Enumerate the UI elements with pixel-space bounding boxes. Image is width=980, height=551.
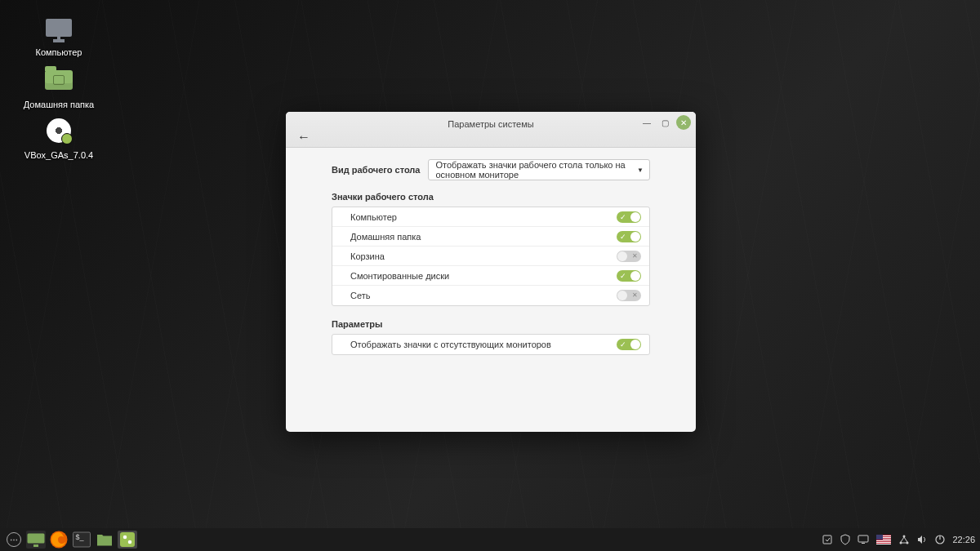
settings-window: Параметры системы ← — ▢ ✕ Вид рабочего с… bbox=[286, 112, 696, 432]
row-label: Смонтированные диски bbox=[350, 271, 449, 281]
row-computer: Компьютер bbox=[332, 207, 649, 227]
start-menu-button[interactable]: ⋯ bbox=[5, 531, 23, 549]
tray-display-icon[interactable] bbox=[858, 534, 869, 545]
settings-icon bbox=[118, 530, 137, 549]
back-button[interactable]: ← bbox=[294, 130, 314, 144]
tray-shield-icon[interactable] bbox=[840, 534, 851, 545]
desktop-icon-vbox[interactable]: VBox_GAs_7.0.4 bbox=[20, 114, 98, 160]
svg-rect-10 bbox=[862, 543, 865, 544]
tray-clock[interactable]: 22:26 bbox=[952, 535, 975, 544]
close-button[interactable]: ✕ bbox=[676, 115, 691, 130]
row-mounted: Смонтированные диски bbox=[332, 266, 649, 286]
desktop-view-label: Вид рабочего стола bbox=[332, 165, 420, 175]
row-label: Сеть bbox=[350, 291, 370, 300]
arrow-left-icon: ← bbox=[294, 130, 314, 144]
row-trash: Корзина bbox=[332, 247, 649, 266]
combo-value: Отображать значки рабочего стола только … bbox=[435, 160, 631, 180]
svg-rect-1 bbox=[33, 544, 38, 547]
mint-logo-icon: ⋯ bbox=[7, 532, 21, 547]
tray-volume-icon[interactable] bbox=[916, 534, 928, 545]
desktop-view-combo[interactable]: Отображать значки рабочего стола только … bbox=[428, 159, 650, 180]
toggle-computer[interactable] bbox=[617, 211, 641, 223]
maximize-button[interactable]: ▢ bbox=[658, 116, 671, 129]
row-label: Домашняя папка bbox=[350, 232, 421, 242]
svg-rect-8 bbox=[823, 535, 831, 544]
tray-updates-icon[interactable] bbox=[822, 534, 833, 545]
toggle-home[interactable] bbox=[617, 231, 641, 242]
terminal-icon: $_ bbox=[72, 530, 91, 549]
desktop-icon-label: VBox_GAs_7.0.4 bbox=[20, 150, 98, 160]
monitor-icon bbox=[42, 11, 75, 44]
row-home: Домашняя папка bbox=[332, 227, 649, 247]
toggle-trash[interactable] bbox=[617, 251, 641, 262]
tray-power-icon[interactable] bbox=[934, 534, 946, 545]
desktop-icon-home[interactable]: Домашняя папка bbox=[20, 64, 98, 109]
tray-keyboard-layout[interactable] bbox=[875, 534, 892, 545]
row-label: Корзина bbox=[350, 251, 385, 261]
system-tray: 22:26 bbox=[822, 534, 975, 545]
svg-rect-5 bbox=[120, 532, 135, 547]
row-network: Сеть bbox=[332, 286, 649, 305]
window-title: Параметры системы bbox=[286, 119, 696, 129]
window-content: Вид рабочего стола Отображать значки раб… bbox=[286, 148, 696, 432]
svg-rect-9 bbox=[858, 535, 868, 542]
taskbar-app-terminal[interactable]: $_ bbox=[72, 531, 91, 549]
firefox-icon bbox=[49, 530, 69, 549]
files-icon bbox=[95, 530, 114, 549]
row-label: Компьютер bbox=[350, 212, 397, 222]
panel-parameters: Отображать значки с отсутствующих монито… bbox=[332, 334, 650, 355]
minimize-button[interactable]: — bbox=[640, 116, 653, 129]
svg-point-6 bbox=[123, 535, 127, 540]
taskbar-app-firefox[interactable] bbox=[49, 531, 69, 549]
section-desktop-icons: Значки рабочего стола bbox=[332, 192, 650, 202]
folder-icon bbox=[42, 64, 75, 96]
taskbar: ⋯ $_ 22:26 bbox=[0, 528, 980, 551]
desktop-icon-label: Домашняя папка bbox=[20, 100, 98, 109]
titlebar[interactable]: Параметры системы ← — ▢ ✕ bbox=[286, 112, 696, 148]
svg-text:$_: $_ bbox=[76, 533, 85, 541]
toggle-network[interactable] bbox=[617, 290, 641, 301]
toggle-mounted[interactable] bbox=[617, 270, 641, 282]
taskbar-app-desktop[interactable] bbox=[26, 531, 46, 549]
taskbar-app-files[interactable] bbox=[95, 531, 114, 549]
tray-network-icon[interactable] bbox=[898, 534, 910, 545]
taskbar-app-settings[interactable] bbox=[118, 531, 137, 549]
section-parameters: Параметры bbox=[332, 319, 650, 329]
desktop-icon bbox=[26, 530, 46, 549]
desktop-icon-label: Компьютер bbox=[20, 47, 98, 57]
row-missing-monitors: Отображать значки с отсутствующих монито… bbox=[332, 335, 649, 354]
desktop-icon-computer[interactable]: Компьютер bbox=[20, 11, 98, 57]
toggle-missing-monitors[interactable] bbox=[617, 339, 641, 350]
row-label: Отображать значки с отсутствующих монито… bbox=[350, 340, 551, 349]
us-flag-icon bbox=[876, 535, 891, 544]
svg-rect-0 bbox=[28, 534, 45, 544]
cd-icon bbox=[42, 114, 75, 147]
svg-point-7 bbox=[128, 540, 132, 544]
panel-desktop-icons: Компьютер Домашняя папка Корзина Смонтир… bbox=[332, 207, 650, 306]
desktop-view-row: Вид рабочего стола Отображать значки раб… bbox=[332, 159, 650, 180]
